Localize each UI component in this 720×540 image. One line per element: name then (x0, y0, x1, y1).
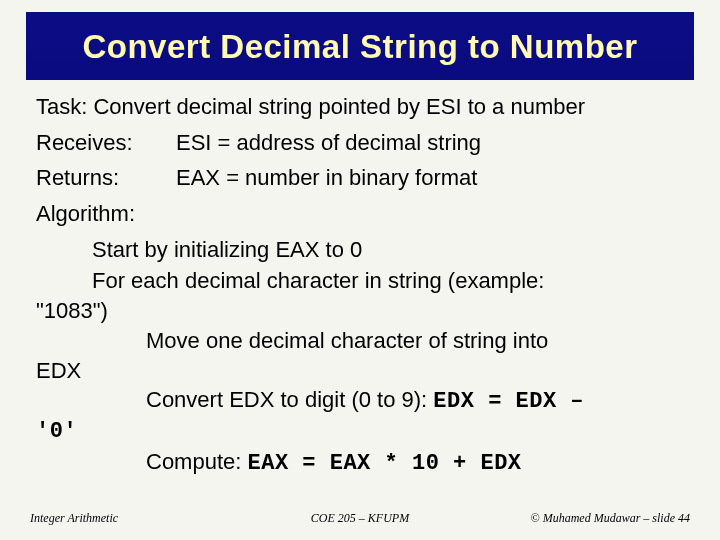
algo-line-5-text: Compute: (146, 449, 248, 474)
returns-value: EAX = number in binary format (176, 163, 690, 193)
footer-right: © Muhamed Mudawar – slide 44 (531, 511, 690, 526)
algo-line-4-code: EDX = EDX – (433, 389, 584, 414)
receives-value: ESI = address of decimal string (176, 128, 690, 158)
returns-label: Returns: (36, 163, 176, 193)
task-line: Task: Convert decimal string pointed by … (36, 92, 690, 122)
algo-line-1: Start by initializing EAX to 0 (36, 235, 690, 265)
returns-row: Returns: EAX = number in binary format (36, 163, 690, 193)
receives-label: Receives: (36, 128, 176, 158)
algorithm-body: Start by initializing EAX to 0 For each … (36, 235, 690, 479)
receives-row: Receives: ESI = address of decimal strin… (36, 128, 690, 158)
algorithm-label: Algorithm: (36, 199, 690, 229)
algo-line-4: Convert EDX to digit (0 to 9): EDX = EDX… (36, 385, 690, 417)
algo-line-3a: Move one decimal character of string int… (36, 326, 690, 356)
slide: Convert Decimal String to Number Task: C… (0, 0, 720, 540)
algo-line-4b-code: '0' (36, 417, 690, 447)
algo-line-5-code: EAX = EAX * 10 + EDX (248, 451, 522, 476)
title-box: Convert Decimal String to Number (26, 12, 694, 80)
slide-title: Convert Decimal String to Number (82, 28, 637, 66)
slide-body: Task: Convert decimal string pointed by … (36, 92, 690, 516)
algo-line-2b: "1083") (36, 296, 690, 326)
algo-line-2a: For each decimal character in string (ex… (36, 266, 690, 296)
algo-line-3b: EDX (36, 356, 690, 386)
algo-line-4-text: Convert EDX to digit (0 to 9): (146, 387, 433, 412)
algo-line-5: Compute: EAX = EAX * 10 + EDX (36, 447, 690, 479)
